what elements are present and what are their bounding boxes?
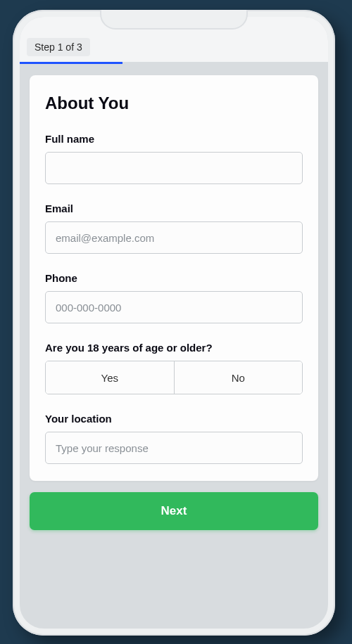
age-no-button[interactable]: No	[175, 361, 303, 394]
form-card: About You Full name Email Phone Are you …	[30, 75, 318, 481]
location-input[interactable]	[45, 432, 303, 464]
phone-label: Phone	[45, 272, 303, 284]
field-location: Your location	[45, 413, 303, 464]
email-label: Email	[45, 202, 303, 214]
phone-input[interactable]	[45, 291, 303, 323]
phone-frame: Step 1 of 3 About You Full name Email Ph…	[13, 10, 335, 636]
age-check-label: Are you 18 years of age or older?	[45, 342, 303, 354]
step-indicator: Step 1 of 3	[27, 38, 90, 56]
content-area: About You Full name Email Phone Are you …	[20, 64, 328, 629]
page-title: About You	[45, 94, 303, 113]
full-name-input[interactable]	[45, 152, 303, 184]
email-input[interactable]	[45, 221, 303, 254]
field-phone: Phone	[45, 272, 303, 323]
field-email: Email	[45, 202, 303, 254]
full-name-label: Full name	[45, 133, 303, 145]
location-label: Your location	[45, 413, 303, 425]
field-age-check: Are you 18 years of age or older? Yes No	[45, 342, 303, 394]
app-screen: Step 1 of 3 About You Full name Email Ph…	[20, 17, 328, 629]
field-full-name: Full name	[45, 133, 303, 184]
next-button[interactable]: Next	[30, 492, 318, 530]
age-check-group: Yes No	[45, 361, 303, 394]
age-yes-button[interactable]: Yes	[46, 361, 175, 394]
phone-notch	[100, 10, 248, 30]
